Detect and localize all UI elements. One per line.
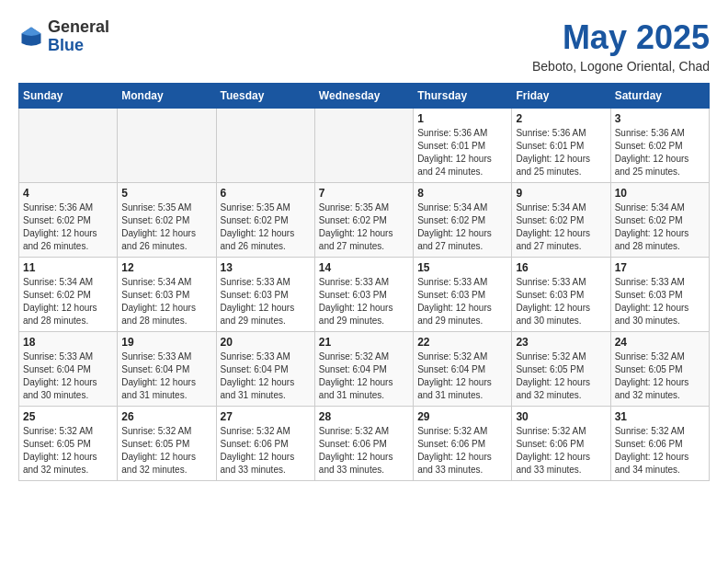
calendar-cell: 14Sunrise: 5:33 AM Sunset: 6:03 PM Dayli… [314,258,413,332]
calendar-header-monday: Monday [118,84,216,109]
calendar-cell: 27Sunrise: 5:32 AM Sunset: 6:06 PM Dayli… [216,407,314,481]
logo-text: General Blue [48,18,109,55]
day-info: Sunrise: 5:36 AM Sunset: 6:01 PM Dayligh… [516,127,606,178]
calendar-cell: 21Sunrise: 5:32 AM Sunset: 6:04 PM Dayli… [314,332,413,407]
day-number: 19 [121,336,211,349]
calendar-cell: 24Sunrise: 5:32 AM Sunset: 6:05 PM Dayli… [610,332,709,407]
calendar-week-row: 25Sunrise: 5:32 AM Sunset: 6:05 PM Dayli… [19,407,710,481]
calendar-cell: 16Sunrise: 5:33 AM Sunset: 6:03 PM Dayli… [512,258,610,332]
day-info: Sunrise: 5:35 AM Sunset: 6:02 PM Dayligh… [221,201,311,253]
day-info: Sunrise: 5:32 AM Sunset: 6:05 PM Dayligh… [121,425,211,477]
calendar-cell: 5Sunrise: 5:35 AM Sunset: 6:02 PM Daylig… [118,183,216,258]
day-info: Sunrise: 5:35 AM Sunset: 6:02 PM Dayligh… [319,201,409,253]
day-info: Sunrise: 5:34 AM Sunset: 6:02 PM Dayligh… [417,201,507,253]
day-info: Sunrise: 5:33 AM Sunset: 6:04 PM Dayligh… [121,350,211,402]
calendar-week-row: 18Sunrise: 5:33 AM Sunset: 6:04 PM Dayli… [19,332,710,407]
day-info: Sunrise: 5:36 AM Sunset: 6:02 PM Dayligh… [23,201,113,253]
day-number: 26 [121,410,211,423]
calendar-cell [19,109,118,183]
calendar-cell: 31Sunrise: 5:32 AM Sunset: 6:06 PM Dayli… [610,407,709,481]
calendar-cell: 17Sunrise: 5:33 AM Sunset: 6:03 PM Dayli… [610,258,709,332]
day-info: Sunrise: 5:34 AM Sunset: 6:02 PM Dayligh… [615,201,705,253]
month-title: May 2025 [532,18,710,57]
day-number: 22 [417,336,507,349]
day-number: 29 [417,410,507,423]
calendar-header-thursday: Thursday [414,84,512,109]
location-subtitle: Beboto, Logone Oriental, Chad [532,59,710,74]
day-info: Sunrise: 5:32 AM Sunset: 6:06 PM Dayligh… [221,425,311,477]
day-number: 21 [319,336,409,349]
day-info: Sunrise: 5:32 AM Sunset: 6:06 PM Dayligh… [516,425,606,477]
logo-general: General [48,18,109,37]
day-number: 3 [615,112,705,125]
day-number: 11 [23,261,113,274]
calendar-cell: 4Sunrise: 5:36 AM Sunset: 6:02 PM Daylig… [19,183,118,258]
calendar-cell: 26Sunrise: 5:32 AM Sunset: 6:05 PM Dayli… [118,407,216,481]
calendar-cell [118,109,216,183]
day-info: Sunrise: 5:33 AM Sunset: 6:04 PM Dayligh… [221,350,311,402]
day-number: 10 [615,187,705,200]
day-info: Sunrise: 5:33 AM Sunset: 6:03 PM Dayligh… [417,276,507,327]
day-number: 18 [23,336,113,349]
calendar-cell: 3Sunrise: 5:36 AM Sunset: 6:02 PM Daylig… [610,109,709,183]
day-info: Sunrise: 5:32 AM Sunset: 6:04 PM Dayligh… [319,350,409,402]
day-number: 24 [615,336,705,349]
calendar-cell: 19Sunrise: 5:33 AM Sunset: 6:04 PM Dayli… [118,332,216,407]
logo: General Blue [18,18,109,55]
calendar-cell: 15Sunrise: 5:33 AM Sunset: 6:03 PM Dayli… [414,258,512,332]
calendar-header-friday: Friday [512,84,610,109]
calendar-cell: 25Sunrise: 5:32 AM Sunset: 6:05 PM Dayli… [19,407,118,481]
calendar-header-tuesday: Tuesday [216,84,314,109]
day-number: 17 [615,261,705,274]
day-number: 30 [516,410,606,423]
day-number: 1 [417,112,507,125]
day-info: Sunrise: 5:32 AM Sunset: 6:06 PM Dayligh… [417,425,507,477]
day-number: 9 [516,187,606,200]
day-info: Sunrise: 5:32 AM Sunset: 6:05 PM Dayligh… [615,350,705,402]
day-number: 12 [121,261,211,274]
day-number: 13 [221,261,311,274]
day-info: Sunrise: 5:34 AM Sunset: 6:02 PM Dayligh… [516,201,606,253]
day-info: Sunrise: 5:32 AM Sunset: 6:06 PM Dayligh… [615,425,705,477]
calendar-cell: 2Sunrise: 5:36 AM Sunset: 6:01 PM Daylig… [512,109,610,183]
day-info: Sunrise: 5:32 AM Sunset: 6:05 PM Dayligh… [516,350,606,402]
day-info: Sunrise: 5:36 AM Sunset: 6:01 PM Dayligh… [417,127,507,178]
day-number: 25 [23,410,113,423]
calendar-cell: 29Sunrise: 5:32 AM Sunset: 6:06 PM Dayli… [414,407,512,481]
calendar-table: SundayMondayTuesdayWednesdayThursdayFrid… [18,83,710,481]
calendar-cell: 8Sunrise: 5:34 AM Sunset: 6:02 PM Daylig… [414,183,512,258]
calendar-cell: 28Sunrise: 5:32 AM Sunset: 6:06 PM Dayli… [314,407,413,481]
day-info: Sunrise: 5:36 AM Sunset: 6:02 PM Dayligh… [615,127,705,178]
calendar-cell [314,109,413,183]
day-number: 7 [319,187,409,200]
day-number: 15 [417,261,507,274]
calendar-header-wednesday: Wednesday [314,84,413,109]
day-info: Sunrise: 5:35 AM Sunset: 6:02 PM Dayligh… [121,201,211,253]
calendar-week-row: 11Sunrise: 5:34 AM Sunset: 6:02 PM Dayli… [19,258,710,332]
day-number: 14 [319,261,409,274]
day-number: 20 [221,336,311,349]
day-number: 23 [516,336,606,349]
calendar-cell: 1Sunrise: 5:36 AM Sunset: 6:01 PM Daylig… [414,109,512,183]
day-info: Sunrise: 5:33 AM Sunset: 6:04 PM Dayligh… [23,350,113,402]
day-number: 6 [221,187,311,200]
day-info: Sunrise: 5:32 AM Sunset: 6:05 PM Dayligh… [23,425,113,477]
day-number: 2 [516,112,606,125]
day-number: 5 [121,187,211,200]
calendar-cell: 23Sunrise: 5:32 AM Sunset: 6:05 PM Dayli… [512,332,610,407]
day-info: Sunrise: 5:34 AM Sunset: 6:03 PM Dayligh… [121,276,211,327]
calendar-cell: 6Sunrise: 5:35 AM Sunset: 6:02 PM Daylig… [216,183,314,258]
calendar-cell: 13Sunrise: 5:33 AM Sunset: 6:03 PM Dayli… [216,258,314,332]
logo-icon [18,24,44,50]
calendar-header-row: SundayMondayTuesdayWednesdayThursdayFrid… [19,84,710,109]
day-number: 27 [221,410,311,423]
calendar-cell: 9Sunrise: 5:34 AM Sunset: 6:02 PM Daylig… [512,183,610,258]
day-number: 31 [615,410,705,423]
calendar-cell: 12Sunrise: 5:34 AM Sunset: 6:03 PM Dayli… [118,258,216,332]
calendar-cell: 18Sunrise: 5:33 AM Sunset: 6:04 PM Dayli… [19,332,118,407]
title-area: May 2025 Beboto, Logone Oriental, Chad [532,18,710,74]
day-info: Sunrise: 5:34 AM Sunset: 6:02 PM Dayligh… [23,276,113,327]
calendar-cell: 10Sunrise: 5:34 AM Sunset: 6:02 PM Dayli… [610,183,709,258]
calendar-header-saturday: Saturday [610,84,709,109]
day-info: Sunrise: 5:32 AM Sunset: 6:06 PM Dayligh… [319,425,409,477]
